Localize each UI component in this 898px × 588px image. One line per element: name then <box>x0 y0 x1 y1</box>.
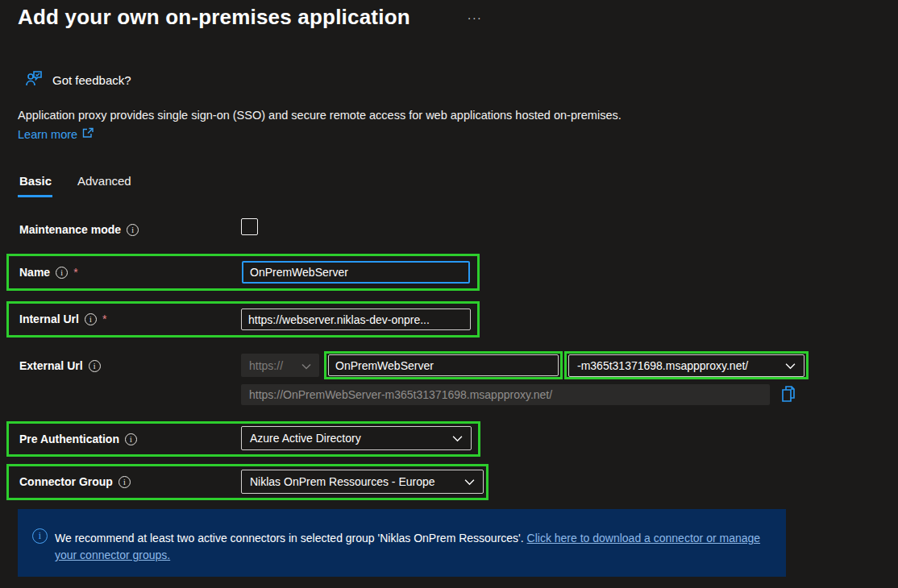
name-label-row: Name i * <box>19 266 78 279</box>
maintenance-mode-label-row: Maintenance mode i <box>19 223 139 236</box>
got-feedback-label: Got feedback? <box>52 73 131 87</box>
info-banner: i We recommend at least two active conne… <box>18 509 786 577</box>
connector-group-label-row: Connector Group i <box>19 475 131 488</box>
internal-url-label-row: Internal Url i * <box>19 313 106 325</box>
name-label: Name <box>19 266 50 279</box>
name-input[interactable] <box>242 261 470 284</box>
chevron-down-icon <box>301 359 311 372</box>
info-icon[interactable]: i <box>118 476 131 488</box>
active-tab-indicator <box>18 195 52 197</box>
tab-advanced[interactable]: Advanced <box>77 174 131 188</box>
pre-authentication-label-row: Pre Authentication i <box>19 433 137 445</box>
connector-group-value: Niklas OnPrem Ressources - Europe <box>250 475 435 488</box>
info-icon[interactable]: i <box>56 267 68 279</box>
external-url-label-row: External Url i <box>19 359 101 372</box>
connector-group-label: Connector Group <box>19 475 113 488</box>
ellipsis-icon: ... <box>468 8 483 22</box>
info-icon[interactable]: i <box>89 360 101 372</box>
pre-authentication-value: Azure Active Directory <box>250 432 361 445</box>
external-url-preview: https://OnPremWebServer-m365t31371698.ms… <box>241 384 770 405</box>
page-title: Add your own on-premises application <box>18 5 410 30</box>
scheme-value: https:// <box>249 359 283 372</box>
copy-button[interactable] <box>779 383 798 406</box>
info-icon[interactable]: i <box>85 313 97 325</box>
connector-group-select[interactable]: Niklas OnPrem Ressources - Europe <box>241 470 484 494</box>
pre-authentication-label: Pre Authentication <box>19 433 119 445</box>
info-circle-icon: i <box>32 528 48 544</box>
chevron-down-icon <box>452 432 463 445</box>
chevron-down-icon <box>464 475 475 488</box>
external-url-host-input[interactable] <box>328 354 559 376</box>
required-marker: * <box>73 266 77 279</box>
external-url-domain-select[interactable]: -m365t31371698.msappproxy.net/ <box>568 354 804 377</box>
maintenance-mode-checkbox[interactable] <box>241 218 258 235</box>
internal-url-label: Internal Url <box>19 313 79 325</box>
banner-message: We recommend at least two active connect… <box>55 532 524 545</box>
add-onprem-application-page: Add your own on-premises application ...… <box>0 0 898 588</box>
pre-authentication-select[interactable]: Azure Active Directory <box>241 426 472 450</box>
feedback-person-icon <box>24 68 44 91</box>
page-description: Application proxy provides single sign-o… <box>18 109 622 122</box>
copy-icon <box>779 395 798 408</box>
learn-more-label: Learn more <box>18 128 77 141</box>
internal-url-input[interactable] <box>241 308 471 330</box>
learn-more-link[interactable]: Learn more <box>18 127 94 141</box>
external-url-label: External Url <box>19 359 83 372</box>
external-url-scheme-select[interactable]: https:// <box>241 354 319 377</box>
required-marker: * <box>102 313 106 325</box>
more-options-button[interactable]: ... <box>468 8 483 22</box>
maintenance-mode-label: Maintenance mode <box>19 223 121 236</box>
info-icon[interactable]: i <box>125 433 137 445</box>
domain-value: -m365t31371698.msappproxy.net/ <box>577 359 748 372</box>
external-link-icon <box>82 127 94 141</box>
info-icon[interactable]: i <box>127 224 139 236</box>
got-feedback-link[interactable]: Got feedback? <box>24 68 131 91</box>
tab-basic[interactable]: Basic <box>19 174 52 188</box>
chevron-down-icon <box>785 359 796 372</box>
